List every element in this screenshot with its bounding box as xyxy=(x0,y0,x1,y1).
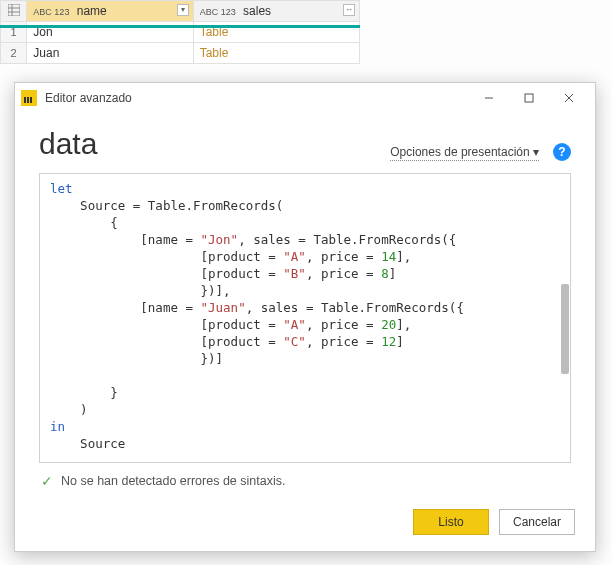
table-accent-bar xyxy=(0,25,360,28)
column-expand-icon[interactable]: ↔ xyxy=(343,4,355,16)
syntax-status: ✓ No se han detectado errores de sintaxi… xyxy=(39,463,571,495)
datatype-icon: ABC 123 xyxy=(200,7,236,17)
cell-name[interactable]: Juan xyxy=(27,43,193,64)
minimize-button[interactable] xyxy=(469,84,509,112)
column-header-text: name xyxy=(77,4,107,18)
dialog-titlebar: Editor avanzado xyxy=(15,83,595,113)
code-editor[interactable]: let Source = Table.FromRecords( { [name … xyxy=(39,173,571,463)
ok-button[interactable]: Listo xyxy=(413,509,489,535)
svg-rect-0 xyxy=(8,4,20,16)
column-header-text: sales xyxy=(243,4,271,18)
column-header-name[interactable]: ABC 123 name ▾ xyxy=(27,1,193,22)
presentation-options-dropdown[interactable]: Opciones de presentación ▾ xyxy=(390,145,539,161)
powerbi-icon xyxy=(21,90,37,106)
query-preview-table: ABC 123 name ▾ ABC 123 sales ↔ 1 Jon Tab… xyxy=(0,0,360,64)
query-name-heading: data xyxy=(39,127,97,161)
column-filter-dropdown[interactable]: ▾ xyxy=(177,4,189,16)
column-header-sales[interactable]: ABC 123 sales ↔ xyxy=(193,1,359,22)
row-index: 2 xyxy=(1,43,27,64)
cell-sales-link[interactable]: Table xyxy=(193,43,359,64)
close-button[interactable] xyxy=(549,84,589,112)
datatype-icon: ABC 123 xyxy=(33,7,69,17)
code-editor-content[interactable]: let Source = Table.FromRecords( { [name … xyxy=(40,174,570,462)
table-corner-icon[interactable] xyxy=(1,1,27,22)
scrollbar-thumb[interactable] xyxy=(561,284,569,374)
help-icon[interactable]: ? xyxy=(553,143,571,161)
maximize-button[interactable] xyxy=(509,84,549,112)
advanced-editor-dialog: Editor avanzado data Opciones de present… xyxy=(14,82,596,552)
cancel-button[interactable]: Cancelar xyxy=(499,509,575,535)
check-icon: ✓ xyxy=(41,473,53,489)
svg-rect-5 xyxy=(525,94,533,102)
chevron-down-icon: ▾ xyxy=(533,145,539,159)
dialog-title: Editor avanzado xyxy=(45,91,132,105)
status-text: No se han detectado errores de sintaxis. xyxy=(61,474,285,488)
table-row[interactable]: 2 Juan Table xyxy=(1,43,360,64)
